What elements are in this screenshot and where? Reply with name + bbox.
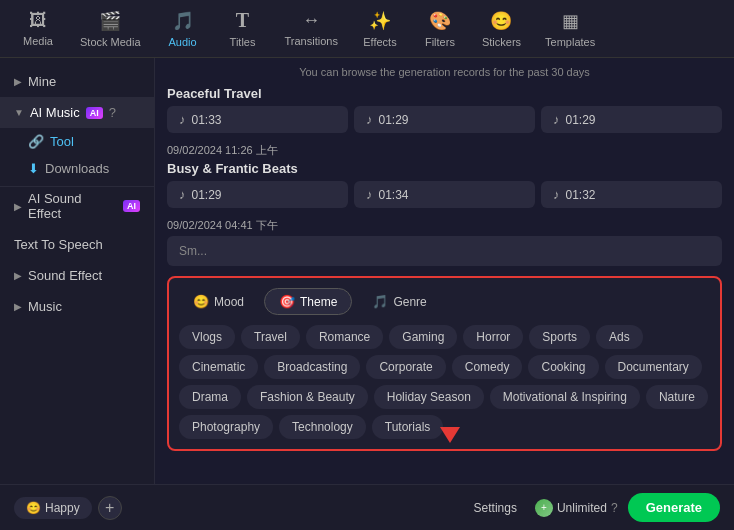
genre-tag-holiday-season[interactable]: Holiday Season	[374, 385, 484, 409]
nav-titles[interactable]: T Titles	[213, 3, 273, 54]
nav-media[interactable]: 🖼 Media	[8, 4, 68, 53]
genre-tag-gaming[interactable]: Gaming	[389, 325, 457, 349]
track-item[interactable]: ♪ 01:34	[354, 181, 535, 208]
music-note-icon: ♪	[366, 112, 373, 127]
track-item[interactable]: ♪ 01:29	[354, 106, 535, 133]
genre-tag-cooking[interactable]: Cooking	[528, 355, 598, 379]
stock-media-icon: 🎬	[99, 10, 121, 32]
nav-templates[interactable]: ▦ Templates	[533, 4, 607, 54]
sound-effect-arrow-icon: ▶	[14, 270, 22, 281]
sidebar-item-text-to-speech[interactable]: Text To Speech	[0, 229, 154, 260]
music-arrow-icon: ▶	[14, 301, 22, 312]
content-area: You can browse the generation records fo…	[155, 58, 734, 484]
media-icon: 🖼	[29, 10, 47, 31]
ai-sound-effect-badge: AI	[123, 200, 140, 212]
genre-selector-box: 😊 Mood 🎯 Theme 🎵 Genre Vlogs Travel Roma…	[167, 276, 722, 451]
track-title-busy-frantic: Busy & Frantic Beats	[167, 161, 722, 176]
track-date-1: 09/02/2024 11:26 上午	[167, 143, 722, 158]
track-row-2: ♪ 01:29 ♪ 01:34 ♪ 01:32	[167, 181, 722, 208]
genre-tag-photography[interactable]: Photography	[179, 415, 273, 439]
genre-tag-broadcasting[interactable]: Broadcasting	[264, 355, 360, 379]
genre-tag-tutorials[interactable]: Tutorials	[372, 415, 444, 439]
sidebar-item-sound-effect[interactable]: ▶ Sound Effect	[0, 260, 154, 291]
nav-stock-media[interactable]: 🎬 Stock Media	[68, 4, 153, 54]
ai-music-arrow-icon: ▼	[14, 107, 24, 118]
generate-button[interactable]: Generate	[628, 493, 720, 522]
selected-tags: 😊 Happy +	[14, 496, 122, 520]
downloads-icon: ⬇	[28, 161, 39, 176]
genre-tag-drama[interactable]: Drama	[179, 385, 241, 409]
genre-tag-romance[interactable]: Romance	[306, 325, 383, 349]
genre-tag-sports[interactable]: Sports	[529, 325, 590, 349]
tab-genre[interactable]: 🎵 Genre	[358, 288, 440, 315]
genre-tag-motivational[interactable]: Motivational & Inspiring	[490, 385, 640, 409]
track-group-peaceful-travel: Peaceful Travel ♪ 01:33 ♪ 01:29 ♪ 01:29	[167, 86, 722, 133]
genre-tag-fashion-beauty[interactable]: Fashion & Beauty	[247, 385, 368, 409]
sidebar-item-mine[interactable]: ▶ Mine	[0, 66, 154, 97]
music-note-icon: ♪	[553, 112, 560, 127]
top-navigation: 🖼 Media 🎬 Stock Media 🎵 Audio T Titles ↔…	[0, 0, 734, 58]
nav-stickers[interactable]: 😊 Stickers	[470, 4, 533, 54]
happy-tag-icon: 😊	[26, 501, 41, 515]
track-item[interactable]: ♪ 01:29	[167, 181, 348, 208]
right-actions: Settings + Unlimited ? Generate	[466, 493, 720, 522]
audio-icon: 🎵	[172, 10, 194, 32]
selected-tag-happy: 😊 Happy	[14, 497, 92, 519]
nav-transitions[interactable]: ↔ Transitions	[273, 4, 350, 53]
settings-button[interactable]: Settings	[466, 497, 525, 519]
genre-tag-cinematic[interactable]: Cinematic	[179, 355, 258, 379]
filters-icon: 🎨	[429, 10, 451, 32]
nav-effects[interactable]: ✨ Effects	[350, 4, 410, 54]
genre-tag-comedy[interactable]: Comedy	[452, 355, 523, 379]
track-item[interactable]: ♪ 01:29	[541, 106, 722, 133]
transitions-icon: ↔	[302, 10, 320, 31]
sidebar-item-downloads[interactable]: ⬇ Downloads	[0, 155, 154, 182]
tool-icon: 🔗	[28, 134, 44, 149]
nav-filters[interactable]: 🎨 Filters	[410, 4, 470, 54]
track-title-peaceful-travel: Peaceful Travel	[167, 86, 722, 101]
titles-icon: T	[236, 9, 249, 32]
genre-tag-nature[interactable]: Nature	[646, 385, 708, 409]
unlimited-button[interactable]: + Unlimited ?	[535, 499, 618, 517]
track-row-1: ♪ 01:33 ♪ 01:29 ♪ 01:29	[167, 106, 722, 133]
unlimited-icon: +	[535, 499, 553, 517]
music-note-icon: ♪	[179, 187, 186, 202]
stickers-icon: 😊	[490, 10, 512, 32]
sidebar-item-ai-sound-effect[interactable]: ▶ AI Sound Effect AI	[0, 186, 154, 229]
genre-tag-documentary[interactable]: Documentary	[605, 355, 702, 379]
unlimited-help-icon: ?	[611, 501, 618, 515]
ai-music-badge: AI	[86, 107, 103, 119]
music-note-icon: ♪	[553, 187, 560, 202]
track-date-2: 09/02/2024 04:41 下午	[167, 218, 722, 233]
genre-tag-corporate[interactable]: Corporate	[366, 355, 445, 379]
sidebar-item-ai-music[interactable]: ▼ AI Music AI ?	[0, 97, 154, 128]
genre-tab-icon: 🎵	[372, 294, 388, 309]
tab-mood[interactable]: 😊 Mood	[179, 288, 258, 315]
genre-tag-vlogs[interactable]: Vlogs	[179, 325, 235, 349]
genre-tag-ads[interactable]: Ads	[596, 325, 643, 349]
templates-icon: ▦	[562, 10, 579, 32]
sidebar-item-tool[interactable]: 🔗 Tool	[0, 128, 154, 155]
add-tag-button[interactable]: +	[98, 496, 122, 520]
theme-tab-icon: 🎯	[279, 294, 295, 309]
nav-audio[interactable]: 🎵 Audio	[153, 4, 213, 54]
genre-tag-technology[interactable]: Technology	[279, 415, 366, 439]
track-group-stub: 09/02/2024 04:41 下午 Sm...	[167, 218, 722, 266]
track-group-busy-frantic: 09/02/2024 11:26 上午 Busy & Frantic Beats…	[167, 143, 722, 208]
mood-tab-icon: 😊	[193, 294, 209, 309]
genre-tabs: 😊 Mood 🎯 Theme 🎵 Genre	[179, 288, 710, 315]
music-note-icon: ♪	[179, 112, 186, 127]
bottom-bar: 😊 Happy + Settings + Unlimited ? Generat…	[0, 484, 734, 530]
track-item[interactable]: ♪ 01:32	[541, 181, 722, 208]
genre-tag-horror[interactable]: Horror	[463, 325, 523, 349]
music-note-icon: ♪	[366, 187, 373, 202]
tab-theme[interactable]: 🎯 Theme	[264, 288, 352, 315]
mine-arrow-icon: ▶	[14, 76, 22, 87]
track-item[interactable]: ♪ 01:33	[167, 106, 348, 133]
sidebar: ▶ Mine ▼ AI Music AI ? 🔗 Tool ⬇ Download…	[0, 58, 155, 484]
effects-icon: ✨	[369, 10, 391, 32]
ai-music-help-icon: ?	[109, 105, 116, 120]
sidebar-item-music[interactable]: ▶ Music	[0, 291, 154, 322]
ai-sound-effect-arrow-icon: ▶	[14, 201, 22, 212]
genre-tag-travel[interactable]: Travel	[241, 325, 300, 349]
